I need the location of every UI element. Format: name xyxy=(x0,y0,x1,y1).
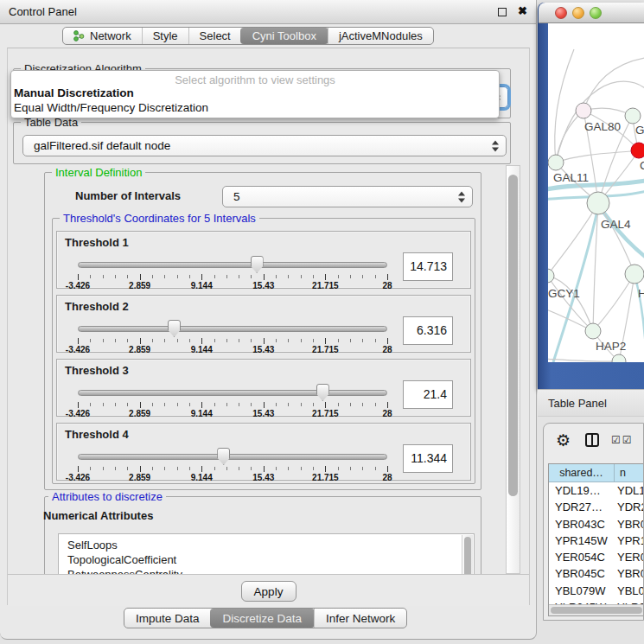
show-checkboxes-icon[interactable]: ☑☑ xyxy=(611,434,634,446)
close-traffic-light-icon[interactable] xyxy=(555,7,567,19)
tick-mark xyxy=(189,467,190,470)
threshold-4-slider[interactable]: -3.4262.8599.14415.4321.71528 xyxy=(78,450,387,479)
threshold-2-value-field[interactable]: 6.316 xyxy=(403,316,453,345)
tick-mark xyxy=(362,339,363,342)
slider-track[interactable] xyxy=(78,390,387,396)
tab-discretize-data[interactable]: Discretize Data xyxy=(210,609,316,628)
tick-label: 2.859 xyxy=(129,281,150,290)
tick-label: 21.715 xyxy=(312,281,339,290)
tick-mark xyxy=(338,339,339,342)
numerical-attributes-label: Numerical Attributes xyxy=(43,509,153,522)
network-node-hap2[interactable] xyxy=(585,323,601,339)
table-row[interactable]: YDL19…YDL1 xyxy=(549,482,644,499)
tab-impute-data[interactable]: Impute Data xyxy=(124,609,211,628)
network-canvas[interactable]: GAL80GCGAL11GAL4GCY1HHAP2 xyxy=(548,23,644,362)
cell-shared-name: YDL19… xyxy=(549,482,615,499)
threshold-2-slider[interactable]: -3.4262.8599.14415.4321.71528 xyxy=(78,322,387,351)
attribute-item-betweennesscentrality[interactable]: BetweennessCentrality xyxy=(59,567,474,574)
table-row[interactable]: YER054CYER0 xyxy=(549,549,644,565)
table-horizontal-scrollbar[interactable] xyxy=(549,604,644,615)
table-row[interactable]: YIL052CYIL0 xyxy=(549,615,644,616)
tick-mark xyxy=(239,467,239,470)
threshold-label: Threshold 2 xyxy=(65,300,129,313)
network-node-gal4[interactable] xyxy=(587,192,609,214)
apply-button[interactable]: Apply xyxy=(241,581,296,602)
numerical-attributes-list[interactable]: SelfLoopsTopologicalCoefficientBetweenne… xyxy=(58,533,475,574)
table-row[interactable]: YDR27…YDR2 xyxy=(549,499,644,515)
intervals-combobox[interactable]: 5 xyxy=(222,186,473,207)
tick-mark xyxy=(239,339,239,342)
slider-track[interactable] xyxy=(78,262,387,268)
table-row[interactable]: YBR043CYBR0 xyxy=(549,516,644,532)
network-node-gal80[interactable] xyxy=(576,103,591,118)
algorithm-option-equal-width-frequency-discretization[interactable]: Equal Width/Frequency Discretization xyxy=(11,101,499,116)
tick-mark xyxy=(140,274,141,280)
tick-mark xyxy=(90,467,91,470)
tick-mark xyxy=(350,467,351,470)
threshold-3-slider[interactable]: -3.4262.8599.14415.4321.71528 xyxy=(78,386,387,415)
network-node-c[interactable] xyxy=(631,143,644,158)
scrollbar-thumb[interactable] xyxy=(464,537,471,574)
column-header-shared-name[interactable]: shared… xyxy=(549,464,615,482)
table-data-combobox[interactable]: galFiltered.sif default node xyxy=(22,135,507,156)
settings-scrollbar[interactable] xyxy=(506,165,520,574)
tick-label: 21.715 xyxy=(312,345,339,354)
tick-label: 15.43 xyxy=(252,281,274,290)
network-node-gal11[interactable] xyxy=(548,155,564,170)
popup-placeholder: Select algorithm to view settings xyxy=(11,71,499,86)
threshold-3-slider-handle[interactable] xyxy=(316,384,329,401)
cell-name: YBL0 xyxy=(615,583,644,599)
slider-track[interactable] xyxy=(78,454,387,460)
tick-label: 2.859 xyxy=(129,409,150,418)
tab-infer-network[interactable]: Infer Network xyxy=(314,609,406,628)
control-panel-body: Discretization Algorithm Table Data galF… xyxy=(7,48,530,605)
tick-mark xyxy=(90,275,91,278)
slider-track[interactable] xyxy=(78,326,387,332)
attribute-item-selfloops[interactable]: SelfLoops xyxy=(59,534,474,552)
list-scrollbar[interactable] xyxy=(462,535,473,574)
network-node[interactable] xyxy=(612,354,626,362)
float-window-icon[interactable] xyxy=(498,8,507,16)
tab-jactivemnodules[interactable]: jActiveMNodules xyxy=(328,28,433,44)
column-header-name[interactable]: n xyxy=(615,464,644,482)
cell-shared-name: YDR27… xyxy=(549,499,615,515)
tab-select[interactable]: Select xyxy=(188,28,241,44)
threshold-1-value-field[interactable]: 14.713 xyxy=(403,252,453,281)
tick-mark xyxy=(251,403,252,406)
scrollbar-thumb[interactable] xyxy=(508,175,518,496)
threshold-4-slider-handle[interactable] xyxy=(217,448,230,465)
attribute-item-topologicalcoefficient[interactable]: TopologicalCoefficient xyxy=(59,552,474,567)
control-panel-window: Control Panel ✖ NetworkStyleSelectCyni T… xyxy=(0,0,537,640)
network-icon xyxy=(73,30,85,41)
network-node-h[interactable] xyxy=(625,265,644,284)
tick-mark xyxy=(164,275,165,278)
threshold-1-slider-handle[interactable] xyxy=(251,256,264,273)
threshold-3-value-field[interactable]: 21.4 xyxy=(403,380,453,409)
scrollbar-thumb[interactable] xyxy=(551,607,642,614)
attributes-to-discretize-group: Attributes to discretize Numerical Attri… xyxy=(44,496,481,574)
network-node-g[interactable] xyxy=(625,108,641,124)
tab-cyni-toolbox[interactable]: Cyni Toolbox xyxy=(240,28,328,44)
close-icon[interactable]: ✖ xyxy=(518,4,527,17)
table-row[interactable]: YBR045CYBR0 xyxy=(549,565,644,582)
tick-label: -3.426 xyxy=(66,345,90,354)
table-row[interactable]: YBL079WYBL0 xyxy=(549,583,644,599)
settings-gear-icon[interactable]: ⚙ xyxy=(556,430,571,450)
tick-mark xyxy=(362,467,363,470)
slider-ticks xyxy=(78,274,387,280)
tab-style[interactable]: Style xyxy=(142,28,188,44)
network-node-label: HAP2 xyxy=(596,340,626,353)
tick-mark xyxy=(264,466,265,472)
network-node-gcy1[interactable] xyxy=(548,269,554,283)
threshold-4-value-field[interactable]: 11.344 xyxy=(403,444,453,473)
threshold-1-slider[interactable]: -3.4262.8599.14415.4321.71528 xyxy=(78,258,387,287)
tick-mark xyxy=(338,467,339,470)
threshold-2-slider-handle[interactable] xyxy=(168,320,181,337)
tick-label: 28 xyxy=(382,409,392,418)
algorithm-option-manual-discretization[interactable]: Manual Discretization xyxy=(11,86,499,101)
tab-network[interactable]: Network xyxy=(63,28,142,44)
split-columns-icon[interactable] xyxy=(585,433,599,447)
table-row[interactable]: YPR145WYPR1 xyxy=(549,532,644,549)
zoom-traffic-light-icon[interactable] xyxy=(590,7,602,19)
minimize-traffic-light-icon[interactable] xyxy=(572,7,584,19)
